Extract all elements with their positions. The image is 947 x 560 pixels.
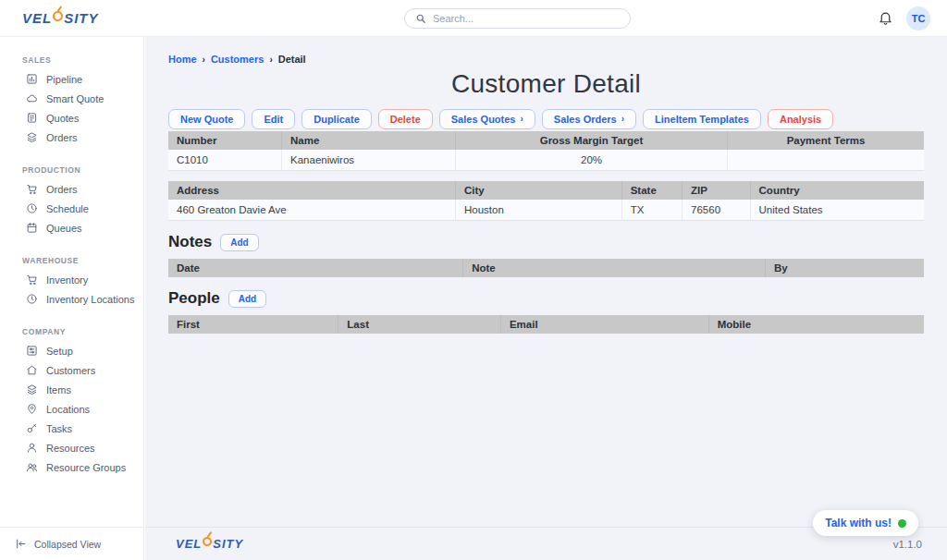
column-header-date: Date [168,259,463,277]
column-header-state: State [621,181,682,200]
gross-margin-target-cell: 20% [455,150,727,171]
sidebar-item-label: Inventory Locations [46,294,134,305]
logo-text-vel: VEL [176,537,202,551]
column-header-email: Email [500,315,708,334]
online-status-dot-icon [898,519,906,528]
cart-icon [26,274,38,286]
duplicate-button[interactable]: Duplicate [301,109,372,129]
button-label: Analysis [780,114,821,125]
notes-heading: Notes [168,233,212,251]
button-label: Sales Orders [554,114,617,125]
sidebar-item-label: Pipeline [46,74,82,85]
sidebar-item-production-orders[interactable]: Orders [0,179,143,199]
sidebar-item-label: Inventory [46,274,88,286]
button-label: Sales Quotes [451,114,516,125]
sidebar-item-inventory-locations[interactable]: Inventory Locations [0,289,143,309]
logo-o-swoosh [202,535,214,547]
table-row: 460 Greaton Davie Ave Houston TX 76560 U… [168,200,924,221]
column-header-zip: ZIP [683,181,751,200]
button-label: LineItem Templates [655,114,749,125]
payment-terms-cell [728,150,924,171]
clock-icon [26,202,38,214]
sidebar-section-company: COMPANY [22,327,143,336]
breadcrumb-home-link[interactable]: Home [168,54,197,65]
sidebar-item-schedule[interactable]: Schedule [0,199,143,218]
delete-button[interactable]: Delete [378,109,433,129]
sidebar-item-items[interactable]: Items [0,380,143,399]
column-header-country: Country [750,181,924,200]
app-version: v1.1.0 [893,539,922,550]
customer-number-cell: C1010 [168,150,282,171]
sales-quotes-dropdown-button[interactable]: Sales Quotes› [439,109,535,129]
column-header-gross-margin-target: Gross Margin Target [455,131,727,150]
sidebar-section-sales: SALES [22,55,143,65]
collapse-sidebar-button[interactable]: Collapsed View [0,527,143,560]
action-button-row: New Quote Edit Duplicate Delete Sales Qu… [168,109,924,129]
sidebar-item-label: Queues [46,223,82,234]
sidebar-item-locations[interactable]: Locations [0,399,143,419]
document-icon [26,112,38,124]
people-icon [26,461,38,473]
clock-icon [26,293,38,305]
chat-widget-button[interactable]: Talk with us! [813,510,918,536]
sidebar-item-sales-orders[interactable]: Orders [0,128,143,147]
sidebar-item-queues[interactable]: Queues [0,218,143,237]
calendar-icon [26,222,38,234]
sidebar-item-smart-quote[interactable]: Smart Quote [0,89,143,108]
add-person-button[interactable]: Add [228,290,266,308]
sales-orders-dropdown-button[interactable]: Sales Orders› [542,109,636,129]
column-header-note: Note [463,259,766,277]
cloud-icon [26,92,38,104]
sidebar-item-resources[interactable]: Resources [0,438,143,457]
sidebar-item-tasks[interactable]: Tasks [0,419,143,438]
user-avatar[interactable]: TC [906,6,930,30]
sidebar-item-quotes[interactable]: Quotes [0,108,143,128]
button-label: Delete [390,114,421,125]
sidebar-item-inventory[interactable]: Inventory [0,270,143,289]
sidebar-item-label: Resource Groups [46,462,126,473]
key-icon [26,422,38,434]
sidebar-item-label: Items [46,384,71,396]
customer-name-cell: Kanaeniwiros [282,150,456,171]
edit-button[interactable]: Edit [252,109,295,129]
breadcrumb: Home › Customers › Detail [168,37,924,65]
table-row: C1010 Kanaeniwiros 20% [168,150,924,171]
column-header-number: Number [168,131,282,150]
chevron-right-icon: › [203,55,205,65]
home-icon [26,364,38,376]
column-header-last: Last [338,315,501,334]
sidebar-item-label: Setup [46,346,73,357]
breadcrumb-current: Detail [278,54,306,65]
notifications-bell-icon[interactable] [878,10,893,26]
page-title: Customer Detail [168,69,924,99]
sidebar-item-customers[interactable]: Customers [0,360,143,380]
lineitem-templates-button[interactable]: LineItem Templates [643,109,761,129]
state-cell: TX [621,200,682,221]
top-bar: VELSITY TC [0,0,947,37]
new-quote-button[interactable]: New Quote [168,109,245,129]
footer-logo: VELSITY [176,537,243,551]
column-header-mobile: Mobile [708,315,924,334]
search-input[interactable] [433,13,620,24]
button-label: Duplicate [314,114,360,125]
sidebar-item-label: Quotes [46,113,79,124]
sidebar-item-pipeline[interactable]: Pipeline [0,69,143,89]
notes-section-header: Notes Add [168,233,924,251]
zip-cell: 76560 [683,200,751,221]
logo-o-swoosh [51,9,65,23]
collapse-left-icon [15,538,27,550]
chat-widget-label: Talk with us! [825,517,892,530]
collapse-sidebar-label: Collapsed View [34,539,101,550]
sidebar-item-resource-groups[interactable]: Resource Groups [0,457,143,477]
logo-text-vel: VEL [22,10,52,26]
sidebar-item-setup[interactable]: Setup [0,341,143,360]
add-note-button[interactable]: Add [220,234,258,251]
cart-icon [26,183,38,195]
sidebar-item-label: Schedule [46,203,89,214]
analysis-button[interactable]: Analysis [768,109,833,129]
column-header-address: Address [168,181,455,200]
breadcrumb-customers-link[interactable]: Customers [211,54,264,65]
caret-right-icon: › [621,115,624,124]
sidebar-item-label: Customers [46,365,95,376]
global-search[interactable] [404,8,631,29]
